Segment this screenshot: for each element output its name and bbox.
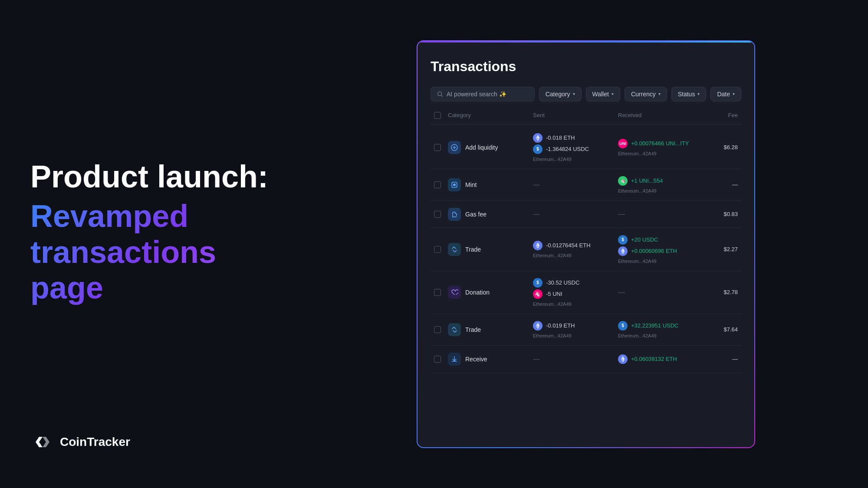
sent-empty: — bbox=[533, 210, 618, 218]
fee-cell: $2.78 bbox=[703, 289, 738, 295]
usdc-icon: $ bbox=[533, 278, 542, 288]
eth-icon bbox=[533, 321, 542, 331]
transactions-content: Transactions AI powered search ✨ Categor… bbox=[418, 41, 754, 447]
th-received: Received bbox=[618, 112, 703, 118]
headline-line1: Product launch: bbox=[30, 160, 273, 194]
page-title: Transactions bbox=[431, 59, 741, 75]
category-icon bbox=[448, 178, 461, 191]
fee-cell: $2.27 bbox=[703, 246, 738, 252]
received-amount-row: $ +20 USDC bbox=[618, 235, 703, 245]
filter-bar: AI powered search ✨ Category ▾ Wallet ▾ … bbox=[431, 87, 741, 102]
wallet-filter[interactable]: Wallet ▾ bbox=[586, 87, 620, 102]
search-box[interactable]: AI powered search ✨ bbox=[431, 87, 535, 102]
category-cell: Trade bbox=[448, 323, 533, 336]
category-cell: Mint bbox=[448, 178, 533, 191]
table-row[interactable]: Add liquidity -0.018 ETH $ -1.364824 USD… bbox=[431, 126, 741, 169]
uni-pink-icon: 🦄 bbox=[533, 289, 542, 299]
category-label: Mint bbox=[465, 181, 477, 188]
table-row[interactable]: Trade -0.01276454 ETH Ethereum...42A49 $… bbox=[431, 228, 741, 271]
th-fee: Fee bbox=[703, 112, 738, 118]
row-checkbox[interactable] bbox=[434, 181, 441, 188]
app-window: Transactions AI powered search ✨ Categor… bbox=[418, 41, 754, 447]
row-checkbox[interactable] bbox=[434, 326, 441, 333]
sent-amount-row: $ -1.364824 USDC bbox=[533, 144, 618, 154]
eth-icon bbox=[618, 354, 628, 364]
sent-amount-row: $ -30.52 USDC bbox=[533, 278, 618, 288]
sent-amount-row: -0.01276454 ETH bbox=[533, 241, 618, 250]
sent-empty: — bbox=[533, 355, 618, 363]
sent-amount-row: -0.018 ETH bbox=[533, 133, 618, 143]
table-row[interactable]: Gas fee ——$0.83 bbox=[431, 201, 741, 228]
category-filter[interactable]: Category ▾ bbox=[539, 87, 582, 102]
received-cell: +0.06039132 ETH bbox=[618, 354, 703, 364]
row-checkbox[interactable] bbox=[434, 144, 441, 151]
received-amount-row: UNI +0.00076466 UNI...ITY bbox=[618, 139, 703, 148]
category-label: Receive bbox=[465, 356, 487, 363]
received-amount-row: +0.06039132 ETH bbox=[618, 354, 703, 364]
row-checkbox[interactable] bbox=[434, 246, 441, 253]
category-icon bbox=[448, 243, 461, 256]
row-checkbox[interactable] bbox=[434, 356, 441, 363]
uni-icon: UNI bbox=[618, 139, 628, 148]
received-amount: +0.00076466 UNI...ITY bbox=[631, 140, 689, 147]
status-filter[interactable]: Status ▾ bbox=[671, 87, 707, 102]
left-panel: Product launch: Revamped transactions pa… bbox=[0, 0, 304, 488]
table-row[interactable]: Donation $ -30.52 USDC 🦄 -5 UNI Ethereum… bbox=[431, 271, 741, 314]
received-cell: 🦄 +1 UNI...554 Ethereum...42A49 bbox=[618, 176, 703, 193]
eth-icon bbox=[533, 133, 542, 143]
currency-filter[interactable]: Currency ▾ bbox=[625, 87, 667, 102]
fee-cell: — bbox=[703, 181, 738, 188]
received-wallet: Ethereum...42A49 bbox=[618, 259, 703, 264]
category-cell: Receive bbox=[448, 353, 533, 366]
category-icon bbox=[448, 208, 461, 221]
sent-amount-row: 🦄 -5 UNI bbox=[533, 289, 618, 299]
sent-wallet: Ethereum...42A49 bbox=[533, 333, 618, 338]
sent-cell: -0.019 ETH Ethereum...42A49 bbox=[533, 321, 618, 338]
received-amount: +1 UNI...554 bbox=[631, 177, 663, 184]
row-checkbox[interactable] bbox=[434, 211, 441, 218]
received-wallet: Ethereum...42A49 bbox=[618, 333, 703, 338]
row-checkbox[interactable] bbox=[434, 289, 441, 296]
table-row[interactable]: Receive — +0.06039132 ETH — bbox=[431, 346, 741, 373]
logo-area: CoinTracker bbox=[30, 431, 273, 453]
sent-wallet: Ethereum...42A49 bbox=[533, 157, 618, 162]
fee-cell: $6.28 bbox=[703, 144, 738, 151]
category-icon bbox=[448, 286, 461, 299]
search-placeholder: AI powered search ✨ bbox=[447, 91, 506, 98]
table-row[interactable]: Mint — 🦄 +1 UNI...554 Ethereum...42A49— bbox=[431, 169, 741, 201]
category-icon bbox=[448, 141, 461, 154]
sent-empty: — bbox=[533, 181, 618, 189]
category-cell: Add liquidity bbox=[448, 141, 533, 154]
select-all-checkbox[interactable] bbox=[434, 112, 441, 119]
fee-cell: $0.83 bbox=[703, 211, 738, 217]
sent-amount: -30.52 USDC bbox=[546, 279, 579, 286]
table-row[interactable]: Trade -0.019 ETH Ethereum...42A49 $ +32.… bbox=[431, 314, 741, 346]
svg-point-3 bbox=[453, 183, 456, 186]
chevron-down-icon: ▾ bbox=[733, 92, 735, 96]
eth-icon bbox=[533, 241, 542, 250]
cointracker-logo-text: CoinTracker bbox=[60, 435, 130, 449]
sent-amount-row: -0.019 ETH bbox=[533, 321, 618, 331]
sent-amount: -0.018 ETH bbox=[546, 134, 575, 141]
sent-amount: -0.01276454 ETH bbox=[546, 242, 591, 249]
category-icon bbox=[448, 353, 461, 366]
sent-cell: -0.018 ETH $ -1.364824 USDC Ethereum...4… bbox=[533, 133, 618, 162]
received-amount-row: $ +32.223951 USDC bbox=[618, 321, 703, 331]
sent-amount: -5 UNI bbox=[546, 291, 562, 297]
app-window-wrapper: Transactions AI powered search ✨ Categor… bbox=[417, 40, 755, 448]
fee-cell: $7.64 bbox=[703, 326, 738, 333]
category-label: Add liquidity bbox=[465, 144, 498, 151]
received-amount-row: 🦄 +1 UNI...554 bbox=[618, 176, 703, 186]
date-filter[interactable]: Date ▾ bbox=[710, 87, 741, 102]
usdc-icon: $ bbox=[618, 321, 628, 331]
chevron-down-icon: ▾ bbox=[658, 92, 661, 96]
chevron-down-icon: ▾ bbox=[697, 92, 700, 96]
received-wallet: Ethereum...42A49 bbox=[618, 151, 703, 156]
received-empty: — bbox=[618, 288, 703, 296]
category-label: Trade bbox=[465, 326, 481, 333]
received-amount: +0.06039132 ETH bbox=[631, 356, 677, 362]
received-cell: UNI +0.00076466 UNI...ITY Ethereum...42A… bbox=[618, 139, 703, 156]
chevron-down-icon: ▾ bbox=[612, 92, 614, 96]
received-amount: +32.223951 USDC bbox=[631, 322, 679, 329]
headline-colored: Revamped transactions page bbox=[30, 198, 273, 306]
